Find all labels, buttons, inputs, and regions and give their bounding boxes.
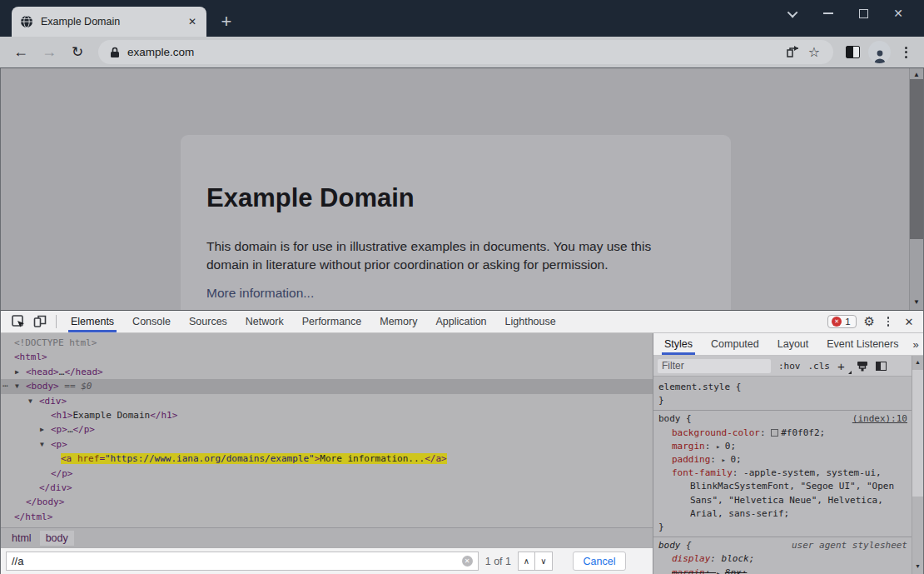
- styles-scroll-up-icon[interactable]: ▲: [912, 359, 923, 365]
- style-declaration-row[interactable]: element.style {: [653, 381, 912, 394]
- search-query: //a: [12, 555, 462, 567]
- new-style-rule-button[interactable]: +: [837, 359, 849, 373]
- settings-gear-icon[interactable]: ⚙: [864, 314, 875, 329]
- dom-node-row[interactable]: ▶<head>…</head>: [1, 365, 653, 379]
- window-chevron-icon[interactable]: [776, 1, 811, 26]
- disclosure-arrow-icon[interactable]: ▼: [28, 394, 39, 408]
- disclosure-arrow-icon[interactable]: ▶: [40, 422, 51, 437]
- style-declaration-row[interactable]: margin: ▸ 8px;: [653, 567, 912, 574]
- dom-node-row[interactable]: </div>: [1, 481, 653, 495]
- dom-node-row[interactable]: ▼<div>: [1, 394, 653, 408]
- page-scrollbar-thumb[interactable]: [910, 79, 923, 239]
- window-minimize-button[interactable]: [811, 1, 846, 26]
- dom-node-row[interactable]: <!DOCTYPE html>: [1, 336, 653, 350]
- browser-tab[interactable]: Example Domain ✕: [12, 7, 206, 37]
- bookmark-star-icon[interactable]: ☆: [803, 42, 825, 63]
- search-input[interactable]: //a ✕: [6, 552, 479, 571]
- search-prev-button[interactable]: ∧: [518, 552, 535, 571]
- disclosure-arrow-icon[interactable]: ▼: [15, 379, 26, 393]
- dom-node-row[interactable]: ▶<p>…</p>: [1, 422, 653, 437]
- device-toolbar-icon[interactable]: [29, 311, 51, 332]
- breadcrumb-html[interactable]: html: [6, 531, 37, 546]
- style-declaration-row[interactable]: }: [653, 394, 912, 407]
- side-panel-icon[interactable]: [842, 42, 863, 63]
- devtools-close-icon[interactable]: ✕: [902, 316, 917, 328]
- reload-button[interactable]: ↻: [65, 40, 90, 65]
- search-nav: ∧ ∨: [518, 552, 553, 571]
- color-swatch[interactable]: [771, 429, 778, 437]
- dom-node-row[interactable]: …▼<body> == $0: [1, 379, 653, 393]
- devtools-tab-sources[interactable]: Sources: [180, 311, 236, 332]
- styles-scrollbar[interactable]: ▲ ▼: [912, 356, 923, 574]
- styles-sidebar-tabs: StylesComputedLayoutEvent Listeners»: [653, 333, 923, 356]
- styles-scroll-down-icon[interactable]: ▼: [912, 563, 923, 569]
- search-cancel-button[interactable]: Cancel: [573, 552, 626, 571]
- disclosure-arrow-icon[interactable]: ▼: [40, 437, 51, 452]
- dom-node-row[interactable]: <html>: [1, 350, 653, 364]
- more-information-link[interactable]: More information...: [206, 286, 314, 301]
- page-viewport: Example Domain This domain is for use in…: [0, 68, 924, 310]
- new-tab-button[interactable]: +: [215, 10, 238, 33]
- search-next-button[interactable]: ∨: [535, 552, 553, 571]
- devtools-tab-console[interactable]: Console: [123, 311, 180, 332]
- browser-menu-icon[interactable]: [896, 47, 916, 58]
- dom-node-row[interactable]: <h1>Example Domain</h1>: [1, 408, 653, 422]
- window-close-button[interactable]: ✕: [881, 1, 916, 26]
- error-badge[interactable]: ✕ 1: [827, 315, 856, 328]
- devtools-search-bar: //a ✕ 1 of 1 ∧ ∨ Cancel: [1, 547, 653, 574]
- dom-node-row[interactable]: </html>: [1, 510, 653, 524]
- inspect-element-icon[interactable]: [7, 311, 29, 332]
- window-maximize-button[interactable]: [846, 1, 881, 26]
- styles-tab-layout[interactable]: Layout: [768, 333, 818, 355]
- tab-close-icon[interactable]: ✕: [185, 14, 200, 29]
- computed-sidebar-toggle-icon[interactable]: [876, 362, 887, 371]
- disclosure-arrow-icon[interactable]: ▶: [15, 365, 26, 379]
- styles-tab-styles[interactable]: Styles: [655, 333, 702, 355]
- style-declaration-row[interactable]: font-family: -apple-system, system-ui,: [653, 467, 912, 480]
- rendering-emulation-icon[interactable]: [857, 361, 868, 372]
- style-declaration-row[interactable]: background-color: #f0f0f2;: [653, 427, 912, 440]
- error-icon: ✕: [832, 317, 842, 327]
- profile-avatar[interactable]: [868, 41, 891, 63]
- style-declaration-row[interactable]: body {user agent stylesheet: [653, 539, 912, 552]
- devtools-tab-memory[interactable]: Memory: [370, 311, 426, 332]
- stylesheet-source-link[interactable]: (index):10: [852, 412, 907, 426]
- style-declaration-row[interactable]: Arial, sans-serif;: [653, 507, 912, 521]
- style-declaration-row[interactable]: body {(index):10: [653, 412, 912, 426]
- dom-node-row[interactable]: <a href="https://www.iana.org/domains/ex…: [1, 452, 653, 466]
- more-tabs-icon[interactable]: »: [912, 338, 918, 351]
- devtools-tab-network[interactable]: Network: [236, 311, 293, 332]
- devtools-tab-performance[interactable]: Performance: [293, 311, 371, 332]
- style-rule-section: body {(index):10background-color: #f0f0f…: [653, 411, 912, 537]
- share-icon[interactable]: [782, 42, 803, 63]
- dom-node-row[interactable]: ▼<p>: [1, 437, 653, 452]
- styles-filter-input[interactable]: Filter: [658, 359, 771, 373]
- style-declaration-row[interactable]: display: block;: [653, 552, 912, 566]
- toggle-element-state[interactable]: :hov: [778, 361, 801, 372]
- style-declaration-row[interactable]: }: [653, 521, 912, 534]
- url-text: example.com: [127, 46, 782, 58]
- page-scrollbar[interactable]: ▲ ▼: [909, 68, 923, 310]
- style-rule-section: body {user agent stylesheetdisplay: bloc…: [653, 537, 912, 574]
- breadcrumb-body[interactable]: body: [40, 531, 74, 546]
- forward-button[interactable]: →: [37, 40, 62, 65]
- address-bar[interactable]: example.com ☆: [98, 40, 833, 64]
- dom-node-row[interactable]: </body>: [1, 495, 653, 509]
- styles-tab-event-listeners[interactable]: Event Listeners: [817, 333, 907, 355]
- style-declaration-row[interactable]: padding: ▸ 0;: [653, 453, 912, 467]
- styles-tab-computed[interactable]: Computed: [702, 333, 768, 355]
- devtools-tab-lighthouse[interactable]: Lighthouse: [496, 311, 565, 332]
- search-clear-icon[interactable]: ✕: [462, 556, 473, 567]
- style-declaration-row[interactable]: Sans", "Helvetica Neue", Helvetica,: [653, 494, 912, 507]
- scroll-up-icon[interactable]: ▲: [910, 71, 923, 78]
- element-classes-toggle[interactable]: .cls: [808, 361, 831, 372]
- styles-scrollbar-thumb[interactable]: [912, 370, 923, 497]
- style-declaration-row[interactable]: margin: ▸ 0;: [653, 440, 912, 453]
- devtools-tab-application[interactable]: Application: [426, 311, 495, 332]
- devtools-tab-elements[interactable]: Elements: [62, 311, 123, 332]
- dom-node-row[interactable]: </p>: [1, 467, 653, 481]
- back-button[interactable]: ←: [8, 40, 33, 65]
- scroll-down-icon[interactable]: ▼: [910, 298, 923, 306]
- devtools-menu-icon[interactable]: [882, 317, 894, 327]
- style-declaration-row[interactable]: BlinkMacSystemFont, "Segoe UI", "Open: [653, 480, 912, 493]
